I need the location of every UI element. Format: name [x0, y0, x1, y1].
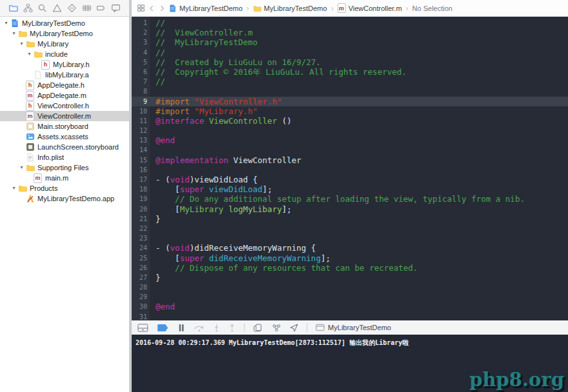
- tree-item-libmylibrary-a[interactable]: libMyLibrary.a: [0, 70, 129, 80]
- tree-item-label: main.m: [45, 174, 68, 182]
- breakpoints-toggle-icon[interactable]: [157, 324, 170, 332]
- folder-icon: [25, 163, 35, 173]
- breadcrumb-label: MyLibraryTestDemo: [264, 5, 327, 12]
- test-navigator-icon[interactable]: [66, 3, 77, 14]
- line-number[interactable]: 23: [132, 233, 150, 243]
- tree-item-viewcontroller-h[interactable]: hViewController.h: [0, 101, 129, 111]
- line-number[interactable]: 20: [132, 204, 150, 214]
- symbol-navigator-icon[interactable]: [23, 3, 34, 14]
- line-number[interactable]: 26: [132, 263, 150, 273]
- line-number[interactable]: 2: [132, 28, 150, 37]
- breadcrumb-item-no-selection[interactable]: No Selection: [412, 5, 452, 12]
- tree-item-mylibrary-h[interactable]: hMyLibrary.h: [0, 59, 129, 70]
- line-number[interactable]: 15: [132, 155, 150, 165]
- memory-graph-icon[interactable]: [272, 324, 281, 332]
- line-number[interactable]: 6: [132, 67, 150, 77]
- hide-debug-area-icon[interactable]: [137, 324, 148, 332]
- tree-item-products[interactable]: ▾Products: [0, 183, 129, 193]
- tree-item-mylibrarytestdemo[interactable]: ▾MyLibraryTestDemo: [0, 18, 129, 28]
- line-number[interactable]: 27: [132, 273, 150, 282]
- breadcrumb-item-mylibrarytestdemo[interactable]: MyLibraryTestDemo: [253, 3, 327, 13]
- code-text: // Do any additional setup after loading…: [150, 194, 525, 204]
- step-over-icon[interactable]: [194, 324, 205, 332]
- tree-item-viewcontroller-m[interactable]: mViewController.m: [0, 111, 129, 121]
- line-number[interactable]: 13: [132, 135, 150, 145]
- breadcrumb-item-mylibrarytestdemo[interactable]: MyLibraryTestDemo: [168, 3, 243, 13]
- tree-item-info-plist[interactable]: Info.plist: [0, 152, 129, 162]
- project-file-icon: [10, 19, 19, 28]
- debug-target-menu[interactable]: MyLibraryTestDemo: [316, 323, 391, 333]
- tree-item-mylibrarytestdemo-app[interactable]: MyLibraryTestDemo.app: [0, 193, 129, 204]
- line-number[interactable]: 5: [132, 57, 150, 67]
- view-hierarchy-icon[interactable]: [253, 324, 263, 332]
- related-items-icon[interactable]: [137, 4, 145, 12]
- line-number[interactable]: 25: [132, 253, 150, 263]
- line-number[interactable]: 22: [132, 224, 150, 233]
- storyboard-dark-icon: [25, 142, 35, 152]
- source-editor[interactable]: 1//2// ViewController.m3// MyLibraryTest…: [132, 17, 568, 320]
- breadcrumb-item-viewcontroller-m[interactable]: mViewController.m: [338, 3, 402, 13]
- tree-item-assets-xcassets[interactable]: Assets.xcassets: [0, 132, 129, 142]
- code-token: [204, 184, 209, 194]
- line-number[interactable]: 7: [132, 77, 150, 86]
- tree-item-mylibrary[interactable]: ▾MyLibrary: [0, 39, 129, 49]
- code-line: 31: [132, 312, 568, 320]
- tree-item-launchscreen-storyboard[interactable]: LaunchScreen.storyboard: [0, 142, 129, 152]
- code-line: 6// Copyright © 2016年 LiuGuLu. All right…: [132, 67, 568, 77]
- breakpoint-navigator-icon[interactable]: [96, 3, 107, 14]
- line-number[interactable]: 8: [132, 86, 150, 96]
- line-number[interactable]: 19: [132, 194, 150, 204]
- line-number[interactable]: 18: [132, 184, 150, 194]
- line-number[interactable]: 28: [132, 282, 150, 292]
- tree-item-label: LaunchScreen.storyboard: [37, 143, 119, 151]
- storyboard-icon: [25, 122, 35, 132]
- line-number[interactable]: 21: [132, 214, 150, 224]
- line-number[interactable]: 14: [132, 145, 150, 155]
- issue-navigator-icon[interactable]: [52, 3, 63, 14]
- line-number[interactable]: 1: [132, 18, 150, 28]
- line-number[interactable]: 9: [132, 97, 150, 106]
- debug-toolbar: MyLibraryTestDemo: [132, 320, 568, 335]
- code-text: // Dispose of any resources that can be …: [150, 263, 418, 273]
- simulate-location-icon[interactable]: [290, 324, 298, 332]
- line-number[interactable]: 16: [132, 165, 150, 175]
- tree-item-supporting-files[interactable]: ▾Supporting Files: [0, 162, 129, 173]
- tree-item-label: Info.plist: [37, 153, 64, 161]
- code-token: ];: [282, 204, 292, 214]
- code-token: //: [156, 77, 165, 86]
- line-number[interactable]: 12: [132, 126, 150, 135]
- code-token: [: [156, 253, 180, 263]
- code-text: // ViewController.m: [150, 28, 253, 37]
- line-number[interactable]: 24: [132, 243, 150, 253]
- forward-button[interactable]: [158, 5, 166, 12]
- code-line: 20 [MyLibrary logMyLibary];: [132, 204, 568, 214]
- back-button[interactable]: [148, 5, 156, 12]
- pause-execution-icon[interactable]: [178, 324, 185, 332]
- tree-item-appdelegate-m[interactable]: mAppDelegate.m: [0, 90, 129, 101]
- debug-navigator-icon[interactable]: [81, 3, 92, 14]
- find-navigator-icon[interactable]: [37, 3, 48, 14]
- tree-item-main-storyboard[interactable]: Main.storyboard: [0, 121, 129, 132]
- tree-item-main-m[interactable]: mmain.m: [0, 173, 129, 183]
- step-out-icon[interactable]: [228, 324, 236, 332]
- line-number[interactable]: 11: [132, 116, 150, 126]
- debug-console[interactable]: 2016-09-28 00:29:17.369 MyLibraryTestDem…: [132, 335, 568, 392]
- line-number[interactable]: 29: [132, 292, 150, 302]
- line-number[interactable]: 30: [132, 302, 150, 311]
- line-number[interactable]: 17: [132, 175, 150, 184]
- project-navigator-icon[interactable]: [8, 3, 19, 14]
- code-line: 4//: [132, 48, 568, 57]
- line-number[interactable]: 31: [132, 312, 150, 320]
- tree-item-mylibrarytestdemo[interactable]: ▾MyLibraryTestDemo: [0, 28, 129, 39]
- line-number[interactable]: 10: [132, 106, 150, 116]
- line-number[interactable]: 3: [132, 37, 150, 47]
- tree-item-appdelegate-h[interactable]: hAppDelegate.h: [0, 80, 129, 90]
- report-navigator-icon[interactable]: [110, 3, 121, 14]
- code-token: ViewController: [209, 116, 277, 126]
- code-line: 7//: [132, 77, 568, 86]
- xcassets-icon: [25, 132, 35, 142]
- step-into-icon[interactable]: [213, 324, 220, 332]
- code-token: - (: [156, 175, 170, 184]
- line-number[interactable]: 4: [132, 48, 150, 57]
- tree-item-include[interactable]: ▾include: [0, 49, 129, 59]
